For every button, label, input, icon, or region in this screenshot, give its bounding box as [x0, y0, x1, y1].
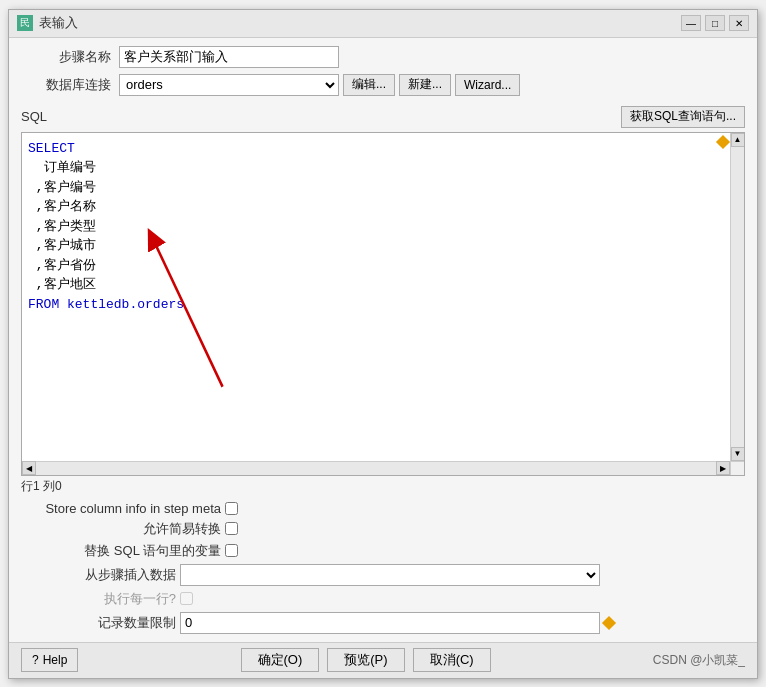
- db-controls: orders 编辑... 新建... Wizard...: [119, 74, 745, 96]
- scroll-up-button[interactable]: ▲: [731, 133, 745, 147]
- scroll-corner: [730, 461, 744, 475]
- sql-editor-wrapper: SELECT 订单编号 ,客户编号 ,客户名称 ,客户类型 ,客户城市 ,客户省…: [21, 132, 745, 476]
- arrow-overlay: [22, 133, 744, 475]
- store-column-label: Store column info in step meta: [21, 501, 221, 516]
- step-name-row: 步骤名称: [21, 46, 745, 68]
- sql-line-9: FROM kettledb.orders: [28, 295, 724, 315]
- db-label: 数据库连接: [21, 76, 111, 94]
- maximize-button[interactable]: □: [705, 15, 725, 31]
- store-column-checkbox[interactable]: [225, 502, 238, 515]
- status-text: 行1 列0: [21, 479, 62, 493]
- title-controls: — □ ✕: [681, 15, 749, 31]
- watermark-text: CSDN @小凯菜_: [653, 653, 745, 667]
- allow-easy-checkbox[interactable]: [225, 522, 238, 535]
- preview-button[interactable]: 预览(P): [327, 648, 404, 672]
- replace-var-checkbox[interactable]: [225, 544, 238, 557]
- store-column-row: Store column info in step meta: [21, 501, 745, 516]
- replace-var-label: 替换 SQL 语句里的变量: [21, 542, 221, 560]
- bottom-left: ? Help: [21, 648, 78, 672]
- cancel-button[interactable]: 取消(C): [413, 648, 491, 672]
- step-name-label: 步骤名称: [21, 48, 111, 66]
- insert-from-label: 从步骤插入数据: [21, 566, 176, 584]
- window-icon: 民: [17, 15, 33, 31]
- scroll-right-button[interactable]: ▶: [716, 461, 730, 475]
- sql-line-4: ,客户名称: [28, 197, 724, 217]
- sql-line-8: ,客户地区: [28, 275, 724, 295]
- help-label: Help: [43, 653, 68, 667]
- limit-input[interactable]: [180, 612, 600, 634]
- scroll-track-horizontal: [36, 462, 716, 475]
- insert-from-select[interactable]: [180, 564, 600, 586]
- svg-line-1: [152, 237, 222, 386]
- options-section: Store column info in step meta 允许简易转换 替换…: [21, 497, 745, 634]
- sql-line-6: ,客户城市: [28, 236, 724, 256]
- exec-each-checkbox[interactable]: [180, 592, 193, 605]
- sql-line-5: ,客户类型: [28, 217, 724, 237]
- scrollbar-vertical[interactable]: ▲ ▼: [730, 133, 744, 461]
- close-button[interactable]: ✕: [729, 15, 749, 31]
- wizard-button[interactable]: Wizard...: [455, 74, 520, 96]
- minimize-button[interactable]: —: [681, 15, 701, 31]
- new-button[interactable]: 新建...: [399, 74, 451, 96]
- limit-label: 记录数量限制: [21, 614, 176, 632]
- sql-content-display: SELECT 订单编号 ,客户编号 ,客户名称 ,客户类型 ,客户城市 ,客户省…: [22, 133, 730, 461]
- allow-easy-label: 允许简易转换: [21, 520, 221, 538]
- help-button[interactable]: ? Help: [21, 648, 78, 672]
- step-name-input[interactable]: [119, 46, 339, 68]
- db-connection-row: 数据库连接 orders 编辑... 新建... Wizard...: [21, 74, 745, 96]
- get-sql-button[interactable]: 获取SQL查询语句...: [621, 106, 745, 128]
- edit-button[interactable]: 编辑...: [343, 74, 395, 96]
- exec-each-label: 执行每一行?: [21, 590, 176, 608]
- sql-diamond-icon: [716, 134, 730, 148]
- insert-from-row: 从步骤插入数据: [21, 564, 745, 586]
- main-window: 民 表输入 — □ ✕ 步骤名称 数据库连接 orders 编辑... 新建..…: [8, 9, 758, 679]
- limit-row: 记录数量限制: [21, 612, 745, 634]
- sql-label: SQL: [21, 109, 47, 124]
- status-bar: 行1 列0: [21, 476, 745, 497]
- scrollbar-horizontal[interactable]: ◀ ▶: [22, 461, 730, 475]
- scroll-track-vertical: [731, 147, 744, 447]
- window-icon-text: 民: [20, 16, 30, 30]
- sql-line-2: 订单编号: [28, 158, 724, 178]
- window-title: 表输入: [39, 14, 78, 32]
- bottom-bar: ? Help 确定(O) 预览(P) 取消(C) CSDN @小凯菜_: [9, 642, 757, 678]
- scroll-left-button[interactable]: ◀: [22, 461, 36, 475]
- help-icon: ?: [32, 653, 39, 667]
- bottom-center: 确定(O) 预览(P) 取消(C): [241, 648, 491, 672]
- sql-line-7: ,客户省份: [28, 256, 724, 276]
- sql-line-1: SELECT: [28, 139, 724, 159]
- main-content: 步骤名称 数据库连接 orders 编辑... 新建... Wizard... …: [9, 38, 757, 642]
- confirm-button[interactable]: 确定(O): [241, 648, 320, 672]
- title-bar: 民 表输入 — □ ✕: [9, 10, 757, 38]
- scroll-down-button[interactable]: ▼: [731, 447, 745, 461]
- allow-easy-row: 允许简易转换: [21, 520, 745, 538]
- sql-line-3: ,客户编号: [28, 178, 724, 198]
- watermark: CSDN @小凯菜_: [653, 652, 745, 669]
- replace-var-row: 替换 SQL 语句里的变量: [21, 542, 745, 560]
- title-bar-left: 民 表输入: [17, 14, 78, 32]
- db-select[interactable]: orders: [119, 74, 339, 96]
- limit-diamond-icon: [602, 615, 616, 629]
- exec-each-row: 执行每一行?: [21, 590, 745, 608]
- sql-header: SQL 获取SQL查询语句...: [21, 106, 745, 128]
- sql-section: SQL 获取SQL查询语句... SELECT 订单编号 ,客户编号 ,客户名称…: [21, 106, 745, 476]
